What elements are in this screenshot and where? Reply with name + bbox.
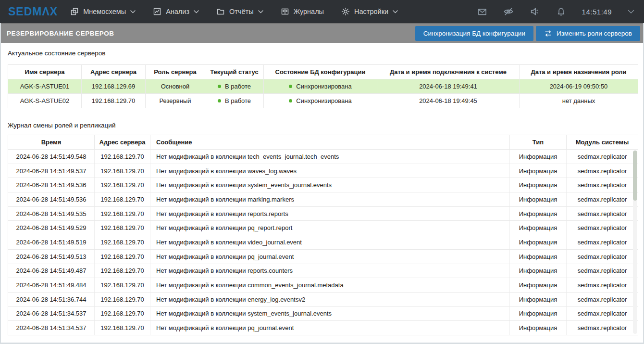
main-menu: Мнемосхемы Анализ Отчёты	[70, 7, 398, 16]
db-ok-dot	[289, 85, 292, 88]
journal-time: 2024-06-28 14:51:49.487	[8, 264, 95, 278]
journal-message: Нет модификаций в коллекции pq_report.re…	[150, 221, 510, 235]
page-title-bar: РЕЗЕРВИРОВАНИЕ СЕРВЕРОВ Синхронизация БД…	[1, 23, 643, 43]
journal-table-body: 2024-06-28 14:51:49.548 192.168.129.70 Н…	[8, 150, 638, 335]
journal-message: Нет модификаций в коллекции reports.repo…	[150, 207, 510, 221]
journal-message: Нет модификаций в коллекции reports.coun…	[150, 264, 510, 278]
journal-type: Информация	[510, 192, 567, 206]
journal-scrollbar-thumb[interactable]	[633, 151, 637, 201]
journal-server-address: 192.168.129.70	[95, 207, 150, 221]
journal-module: sedmax.replicator	[567, 293, 638, 306]
journal-message: Нет модификаций в коллекции marking.mark…	[150, 192, 510, 206]
journal-row[interactable]: 2024-06-28 14:51:34.537 192.168.129.70 Н…	[8, 307, 638, 321]
journal-message: Нет модификаций в коллекции system_event…	[150, 307, 510, 321]
mail-icon[interactable]	[477, 7, 487, 17]
journal-type: Информация	[510, 164, 567, 178]
column-header[interactable]: Адрес сервера	[95, 135, 150, 149]
column-header[interactable]: Модуль системы	[567, 135, 638, 149]
journal-time: 2024-06-28 14:51:49.536	[8, 192, 95, 206]
column-header[interactable]: Дата и время подключения к системе	[377, 65, 520, 79]
server-db-state-label: Синхронизирована	[296, 83, 351, 90]
column-header[interactable]: Тип	[510, 135, 567, 149]
server-db-state: Синхронизирована	[264, 94, 377, 108]
chevron-down-icon	[130, 10, 136, 13]
column-header[interactable]: Время	[8, 135, 95, 149]
menu-mnemoschemes[interactable]: Мнемосхемы	[70, 7, 136, 16]
journal-server-address: 192.168.129.70	[95, 221, 150, 235]
server-status: В работе	[205, 94, 264, 108]
column-header[interactable]: Текущий статус	[205, 65, 264, 79]
sync-config-db-button[interactable]: Синхронизация БД конфигурации	[415, 26, 533, 41]
journal-time: 2024-06-28 14:51:49.529	[8, 221, 95, 235]
column-header[interactable]: Адрес сервера	[82, 65, 146, 79]
bell-icon[interactable]	[556, 7, 566, 17]
journal-message: Нет модификаций в коллекции tech_events_…	[150, 150, 510, 164]
journal-row[interactable]: 2024-06-28 14:51:49.519 192.168.129.70 Н…	[8, 235, 638, 250]
journal-row[interactable]: 2024-06-28 14:51:36.744 192.168.129.70 Н…	[8, 293, 638, 307]
journal-type: Информация	[510, 221, 567, 235]
status-ok-dot	[218, 85, 221, 88]
column-header[interactable]: Состояние БД конфигурации	[264, 65, 377, 79]
journal-server-address: 192.168.129.70	[95, 264, 150, 278]
journal-row[interactable]: 2024-06-28 14:51:34.537 192.168.129.70 Н…	[8, 321, 638, 335]
journal-server-address: 192.168.129.70	[95, 164, 150, 178]
journal-table: Время Адрес сервера Сообщение Тип Модуль…	[8, 135, 638, 335]
change-roles-button-label: Изменить роли серверов	[557, 30, 632, 37]
journal-row[interactable]: 2024-06-28 14:51:49.487 192.168.129.70 Н…	[8, 264, 638, 279]
menu-reports[interactable]: Отчёты	[216, 7, 263, 16]
column-header[interactable]: Имя сервера	[8, 65, 82, 79]
journal-server-address: 192.168.129.70	[95, 293, 150, 306]
server-connected-at: 2024-06-18 19:49:45	[377, 94, 520, 108]
sedmax-logo[interactable]: SEDMΛX	[0, 5, 70, 18]
server-db-state-label: Синхронизирована	[296, 97, 351, 104]
sync-db-button-label: Синхронизация БД конфигурации	[423, 30, 525, 37]
journal-time: 2024-06-28 14:51:49.535	[8, 207, 95, 221]
topbar-status-area: 14:51:49	[477, 6, 644, 17]
eye-off-icon[interactable]	[503, 6, 514, 17]
chevron-down-icon[interactable]	[628, 10, 634, 14]
servers-table: Имя сервера Адрес сервера Роль сервера Т…	[8, 64, 638, 108]
server-role-assigned-at: нет данных	[520, 94, 638, 108]
top-navigation-bar: SEDMΛX Мнемосхемы Анализ	[0, 0, 644, 23]
journal-row[interactable]: 2024-06-28 14:51:49.548 192.168.129.70 Н…	[8, 150, 638, 164]
journal-row[interactable]: 2024-06-28 14:51:49.535 192.168.129.70 Н…	[8, 207, 638, 221]
menu-analysis[interactable]: Анализ	[153, 7, 199, 16]
journal-scrollbar[interactable]	[633, 150, 637, 334]
db-ok-dot	[289, 99, 292, 102]
journal-row[interactable]: 2024-06-28 14:51:49.484 192.168.129.70 Н…	[8, 278, 638, 293]
journal-type: Информация	[510, 264, 567, 278]
journal-type: Информация	[510, 250, 567, 264]
journal-row[interactable]: 2024-06-28 14:51:49.529 192.168.129.70 Н…	[8, 221, 638, 235]
server-name: AGK-S-ASTUE02	[8, 94, 82, 108]
menu-journals[interactable]: Журналы	[281, 7, 324, 16]
server-row-backup[interactable]: AGK-S-ASTUE02 192.168.129.70 Резервный В…	[8, 94, 638, 108]
reservation-page: SEDMΛX Мнемосхемы Анализ	[0, 0, 644, 344]
column-header[interactable]: Роль сервера	[146, 65, 205, 79]
journal-type: Информация	[510, 207, 567, 221]
journal-server-address: 192.168.129.70	[95, 307, 150, 321]
analysis-icon	[153, 7, 161, 16]
journal-module: sedmax.replicator	[567, 150, 638, 164]
column-header[interactable]: Сообщение	[150, 135, 510, 149]
speaker-icon[interactable]	[530, 6, 540, 17]
journal-row[interactable]: 2024-06-28 14:51:49.537 192.168.129.70 Н…	[8, 164, 638, 178]
server-db-state: Синхронизирована	[264, 79, 377, 93]
journal-type: Информация	[510, 293, 567, 306]
journal-type: Информация	[510, 321, 567, 335]
content-area: Актуальное состояние серверов Имя сервер…	[1, 43, 643, 343]
journal-module: sedmax.replicator	[567, 207, 638, 221]
journal-row[interactable]: 2024-06-28 14:51:49.513 192.168.129.70 Н…	[8, 250, 638, 264]
journal-row[interactable]: 2024-06-28 14:51:49.536 192.168.129.70 Н…	[8, 192, 638, 207]
column-header[interactable]: Дата и время назначения роли	[520, 65, 638, 79]
menu-label: Отчёты	[229, 8, 254, 15]
server-row-primary[interactable]: AGK-S-ASTUE01 192.168.129.69 Основной В …	[8, 79, 638, 94]
journal-row[interactable]: 2024-06-28 14:51:49.536 192.168.129.70 Н…	[8, 178, 638, 192]
server-role: Основной	[146, 79, 205, 93]
status-ok-dot	[218, 99, 221, 102]
menu-settings[interactable]: Настройки	[341, 7, 398, 16]
journal-module: sedmax.replicator	[567, 164, 638, 178]
change-server-roles-button[interactable]: Изменить роли серверов	[536, 26, 640, 41]
journal-type: Информация	[510, 278, 567, 292]
settings-icon	[341, 7, 350, 16]
journal-time: 2024-06-28 14:51:34.537	[8, 307, 95, 321]
